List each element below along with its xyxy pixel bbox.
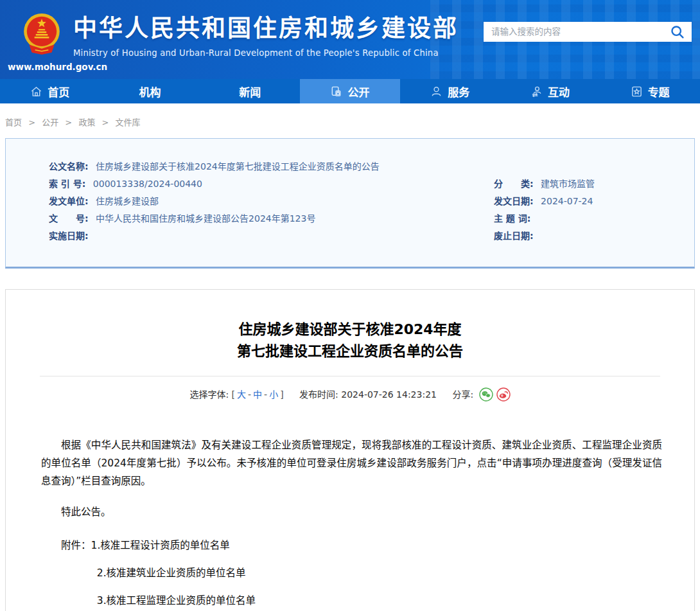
meta-row-repeal-date: 废止日期: bbox=[494, 227, 694, 245]
national-emblem: www.mohurd.gov.cn bbox=[19, 9, 64, 72]
meta-label: 废止日期: bbox=[494, 231, 534, 241]
meta-value: 住房城乡建设部关于核准2024年度第七批建设工程企业资质名单的公告 bbox=[96, 161, 380, 172]
attachment-link-2[interactable]: 2.核准建筑业企业资质的单位名单 bbox=[41, 564, 662, 582]
article-body: 根据《中华人民共和国建筑法》及有关建设工程企业资质管理规定，现将我部核准的工程设… bbox=[6, 436, 694, 611]
meta-label: 发文单位: bbox=[49, 196, 89, 206]
site-title-en: Ministry of Housing and Urban-Rural Deve… bbox=[73, 48, 459, 58]
home-icon bbox=[30, 85, 42, 98]
page: www.mohurd.gov.cn 中华人民共和国住房和城乡建设部 Minist… bbox=[0, 0, 700, 611]
meta-value: 住房城乡建设部 bbox=[96, 196, 159, 206]
meta-value: 中华人民共和国住房和城乡建设部公告2024年第123号 bbox=[96, 213, 315, 224]
nav-item-interact[interactable]: 互动 bbox=[500, 79, 600, 103]
wechat-share-icon[interactable] bbox=[479, 387, 493, 402]
meta-label: 公文名称: bbox=[49, 161, 89, 172]
article-meta-bar: 选择字体: [大-中-小] 发布时间: 2024-07-26 14:23:21 … bbox=[6, 387, 694, 402]
meta-label: 实施日期: bbox=[49, 231, 89, 241]
nav-label: 公开 bbox=[347, 84, 369, 100]
meta-row-subject-words: 主 题 词: bbox=[494, 210, 694, 227]
font-size-medium-link[interactable]: 中 bbox=[253, 389, 262, 400]
attachment-link-1[interactable]: 1.核准工程设计资质的单位名单 bbox=[91, 540, 230, 551]
article-title-line1: 住房城乡建设部关于核准2024年度 bbox=[6, 319, 694, 341]
nav-label: 机构 bbox=[139, 84, 161, 100]
article-paragraph-1: 根据《中华人民共和国建筑法》及有关建设工程企业资质管理规定，现将我部核准的工程设… bbox=[41, 436, 662, 490]
attachments-line: 附件：1.核准工程设计资质的单位名单 bbox=[41, 536, 662, 554]
doc-meta-box: 公文名称: 住房城乡建设部关于核准2024年度第七批建设工程企业资质名单的公告 … bbox=[5, 138, 695, 269]
search-box bbox=[484, 22, 692, 42]
article-paragraph-2: 特此公告。 bbox=[41, 503, 662, 521]
star-badge-icon bbox=[631, 85, 643, 98]
bracket-open: [ bbox=[232, 389, 235, 400]
share-block: 分享: bbox=[452, 389, 510, 400]
nav-label: 互动 bbox=[548, 84, 570, 100]
meta-value: 建筑市场监管 bbox=[541, 179, 595, 189]
meta-value: 2024-07-24 bbox=[541, 196, 593, 206]
breadcrumb-home[interactable]: 首页 bbox=[5, 118, 22, 127]
site-title-cn: 中华人民共和国住房和城乡建设部 bbox=[73, 15, 459, 43]
national-emblem-icon bbox=[21, 9, 63, 60]
font-size-selector: 选择字体: [大-中-小] bbox=[189, 389, 286, 400]
font-size-small-link[interactable]: 小 bbox=[269, 389, 278, 400]
publish-time-label: 发布时间: bbox=[299, 389, 338, 400]
publish-time-block: 发布时间: 2024-07-26 14:23:21 bbox=[299, 389, 439, 400]
nav-label: 首页 bbox=[48, 84, 69, 100]
font-size-large-link[interactable]: 大 bbox=[237, 389, 246, 400]
bracket-close: ] bbox=[280, 389, 283, 400]
breadcrumb-policy[interactable]: 政策 bbox=[78, 118, 95, 127]
meta-label: 发文日期: bbox=[494, 196, 534, 206]
nav-label: 新闻 bbox=[239, 84, 261, 100]
breadcrumb-separator: > bbox=[102, 118, 109, 127]
nav-label: 服务 bbox=[448, 84, 469, 100]
meta-row-doc-number: 文 号: 中华人民共和国住房和城乡建设部公告2024年第123号 bbox=[49, 210, 494, 227]
meta-label: 主 题 词: bbox=[494, 213, 530, 224]
meta-label: 分 类: bbox=[494, 179, 534, 189]
site-header: www.mohurd.gov.cn 中华人民共和国住房和城乡建设部 Minist… bbox=[0, 0, 700, 79]
breadcrumb-separator: > bbox=[28, 118, 35, 127]
meta-row-issue-date: 发文日期: 2024-07-24 bbox=[494, 193, 694, 210]
meta-value: 000013338/2024-00440 bbox=[93, 179, 202, 189]
site-url: www.mohurd.gov.cn bbox=[8, 62, 64, 72]
person-icon bbox=[430, 85, 442, 98]
breadcrumb: 首页 > 公开 > 政策 > 文件库 bbox=[0, 103, 700, 138]
breadcrumb-current: 文件库 bbox=[116, 118, 141, 127]
title-divider bbox=[40, 376, 660, 376]
nav-item-services[interactable]: 服务 bbox=[400, 79, 500, 103]
nav-item-public[interactable]: 公开 bbox=[300, 79, 400, 103]
nav-item-org[interactable]: 机构 bbox=[100, 79, 200, 103]
meta-label: 文 号: bbox=[49, 213, 89, 224]
meta-row-implement-date: 实施日期: bbox=[49, 227, 494, 245]
search-button[interactable] bbox=[670, 24, 685, 40]
article-box: 住房城乡建设部关于核准2024年度 第七批建设工程企业资质名单的公告 选择字体:… bbox=[5, 289, 695, 611]
weibo-share-icon[interactable] bbox=[496, 387, 511, 402]
article-title-line2: 第七批建设工程企业资质名单的公告 bbox=[6, 341, 694, 362]
nav-item-news[interactable]: 新闻 bbox=[200, 79, 300, 103]
document-lock-icon bbox=[330, 85, 342, 98]
nav-label: 专题 bbox=[648, 84, 670, 100]
meta-row-doc-name: 公文名称: 住房城乡建设部关于核准2024年度第七批建设工程企业资质名单的公告 bbox=[49, 158, 494, 175]
publish-time-value: 2024-07-26 14:23:21 bbox=[341, 389, 437, 400]
nav-item-home[interactable]: 首页 bbox=[0, 79, 100, 103]
dash: - bbox=[248, 389, 251, 400]
article-title: 住房城乡建设部关于核准2024年度 第七批建设工程企业资质名单的公告 bbox=[6, 290, 694, 362]
search-icon bbox=[670, 24, 685, 40]
dash: - bbox=[264, 389, 267, 400]
doc-meta-left-column: 公文名称: 住房城乡建设部关于核准2024年度第七批建设工程企业资质名单的公告 … bbox=[49, 158, 494, 245]
search-input[interactable] bbox=[491, 27, 670, 37]
font-select-label: 选择字体: bbox=[189, 389, 229, 400]
meta-row-category: 分 类: 建筑市场监管 bbox=[494, 175, 694, 193]
meta-row-issuing-unit: 发文单位: 住房城乡建设部 bbox=[49, 193, 494, 210]
share-label: 分享: bbox=[452, 389, 473, 400]
person-arrows-icon bbox=[530, 85, 543, 98]
breadcrumb-separator: > bbox=[65, 118, 72, 127]
main-nav: 首页 机构 新闻 公开 服务 bbox=[0, 79, 700, 103]
meta-label: 索 引 号: bbox=[49, 179, 85, 189]
attachment-link-3[interactable]: 3.核准工程监理企业资质的单位名单 bbox=[41, 592, 662, 610]
meta-row-index-number: 索 引 号: 000013338/2024-00440 bbox=[49, 175, 494, 193]
breadcrumb-public[interactable]: 公开 bbox=[42, 118, 58, 127]
doc-meta-right-column: 分 类: 建筑市场监管 发文日期: 2024-07-24 主 题 词: 废止日期… bbox=[494, 158, 694, 245]
attachments-label: 附件： bbox=[61, 540, 91, 551]
nav-item-topics[interactable]: 专题 bbox=[600, 79, 700, 103]
